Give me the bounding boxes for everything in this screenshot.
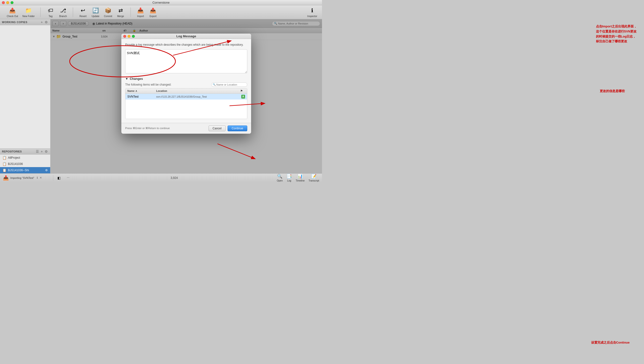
repositories-label: REPOSITORIES [2,150,22,153]
sidebar-item-label: BJS141036--Shi [8,169,29,172]
tag-icon: 🏷 [46,7,54,15]
working-copy-settings-button[interactable]: ⚙ [44,20,48,24]
working-copies-actions: + ⚙ [40,20,48,24]
inspector-label: Inspector [307,15,317,18]
changes-name-header: Name ∧ [127,90,156,93]
log-message-dialog: Log Message Provide a log message which … [121,34,251,134]
sidebar-item-label: BJS141036 [8,162,23,166]
activity-close-icon[interactable]: ✕ [40,176,42,179]
transcript-label: Transcript [308,179,319,182]
open-tool-button[interactable]: 🔍 Open [277,174,282,182]
export-button[interactable]: 📤 Export [147,6,159,19]
status-left-icon: ◧ [55,176,62,180]
status-bar: 📥 Importing "SVNTest" ℹ ✕ ◧ ⋯ 3,924 🔍 Op… [0,173,322,182]
toolbar-group-import-export: 📥 Import 📤 Export [133,6,161,19]
sidebar-item-bjs141036[interactable]: 📋 BJS141036 [0,161,50,167]
dialog-maximize-button[interactable] [132,35,135,38]
commit-button[interactable]: 📦 Commit [102,6,114,19]
branch-label: Branch [59,15,67,18]
activity-text: Importing "SVNTest" [10,176,34,179]
dialog-body: Provide a log message which describes th… [121,39,251,123]
svg-line-3 [218,144,255,159]
app-title: Cornerstone [152,1,170,4]
cancel-button[interactable]: Cancel [208,126,226,131]
sidebar-item-allproject[interactable]: 📋 AllProject [0,155,50,161]
activity-section: 📥 Importing "SVNTest" ℹ ✕ [3,175,53,181]
working-copies-header: WORKING COPIES + ⚙ [0,19,50,25]
status-main: 3,924 [74,176,275,180]
dialog-close-button[interactable] [123,35,126,38]
revert-button[interactable]: ↩ Revert [77,6,89,19]
import-icon: 📥 [137,7,144,15]
changes-section: ▼ Changes The following items will be ch… [125,77,247,119]
sidebar-item-bjs141036-shi[interactable]: 📋 BJS141036--Shi ⚙ [0,167,50,173]
repo-icon: 📋 [2,168,6,172]
modal-overlay: Log Message Provide a log message which … [50,19,322,173]
repo-icon: 📋 [2,162,6,166]
changes-table-header: Name ∧ Location ⚑ [126,89,247,94]
changes-subtext: The following items will be changed: 🔍 [125,83,247,87]
log-tool-button[interactable]: 📑 Log [286,174,292,182]
open-icon: 🔍 [277,174,282,179]
continue-button[interactable]: Continue [228,126,247,131]
inspector-icon: ℹ [308,7,316,15]
repos-list-button[interactable]: ☰ [35,150,40,153]
add-working-copy-button[interactable]: + [40,20,43,24]
toolbar-separator-1 [40,8,40,17]
dialog-title: Log Message [176,34,196,38]
change-name: SVNTest [127,95,156,98]
timeline-label: Timeline [296,179,304,182]
merge-label: Merge [117,15,124,18]
log-message-textarea[interactable]: SVN测试 [125,49,247,73]
transcript-icon: 📝 [311,174,316,179]
transcript-tool-button[interactable]: 📝 Transcript [308,174,319,182]
working-copies-list [0,25,50,148]
activity-info-icon[interactable]: ℹ [37,176,38,179]
changes-search-container: 🔍 [211,83,247,87]
checkout-icon: 📤 [9,7,16,15]
repositories-section: REPOSITORIES ☰ + ⚙ 📋 AllProject 📋 BJS141… [0,148,50,173]
dialog-minimize-button[interactable] [128,35,130,38]
repo-settings-button[interactable]: ⚙ [44,150,48,153]
maximize-button[interactable] [10,1,14,4]
dots-icon: ⋯ [67,176,70,179]
dialog-footer: Press ⌘Enter or ⌘Return to continue Canc… [121,123,251,134]
update-button[interactable]: 🔄 Update [90,6,102,19]
dialog-description: Provide a log message which describes th… [125,43,247,47]
sidebar-toggle-icon[interactable]: ◧ [58,176,60,180]
revision-count: 3,924 [170,176,178,180]
revert-icon: ↩ [79,7,87,15]
branch-icon: ⎇ [59,7,67,15]
new-folder-label: New Folder [22,15,34,18]
commit-label: Commit [104,15,112,18]
close-button[interactable] [2,1,5,4]
inspector-button[interactable]: ℹ Inspector [306,6,319,19]
search-icon: 🔍 [213,83,216,86]
changes-search-input[interactable] [211,83,247,87]
commit-icon: 📦 [104,7,112,15]
toolbar-group-tag-branch: 🏷 Tag ⎇ Branch [42,6,71,19]
repos-actions: ☰ + ⚙ [35,150,48,153]
checkout-button[interactable]: 📤 Check Out [5,6,20,19]
changes-table-row[interactable]: SVNTest svn://115.28.227.1/BJS141036/Gro… [126,94,247,100]
timeline-tool-button[interactable]: 📊 Timeline [296,174,304,182]
merge-button[interactable]: ⇄ Merge [114,6,127,19]
repo-gear-icon: ⚙ [45,169,48,172]
new-folder-button[interactable]: 📁 New Folder [20,6,36,19]
branch-button[interactable]: ⎇ Branch [57,6,69,19]
add-repo-button[interactable]: + [40,150,43,153]
timeline-icon: 📊 [298,174,303,179]
titlebar: Cornerstone [0,0,322,5]
dialog-buttons: Cancel Continue [208,126,247,131]
repositories-list: 📋 AllProject 📋 BJS141036 📋 BJS141036--Sh… [0,155,50,173]
working-copies-label: WORKING COPIES [2,21,28,24]
changes-table: Name ∧ Location ⚑ SVNTest svn://115.28.2… [125,88,247,119]
dialog-hint: Press ⌘Enter or ⌘Return to continue [125,127,170,130]
merge-icon: ⇄ [117,7,124,15]
changes-subtext-label: The following items will be changed: [125,83,171,86]
minimize-button[interactable] [6,1,9,4]
import-button[interactable]: 📥 Import [134,6,146,19]
collapse-icon: ▼ [125,77,128,81]
tag-button[interactable]: 🏷 Tag [44,6,56,19]
toolbar: 📤 Check Out 📁 New Folder 🏷 Tag ⎇ Branch … [0,5,322,19]
